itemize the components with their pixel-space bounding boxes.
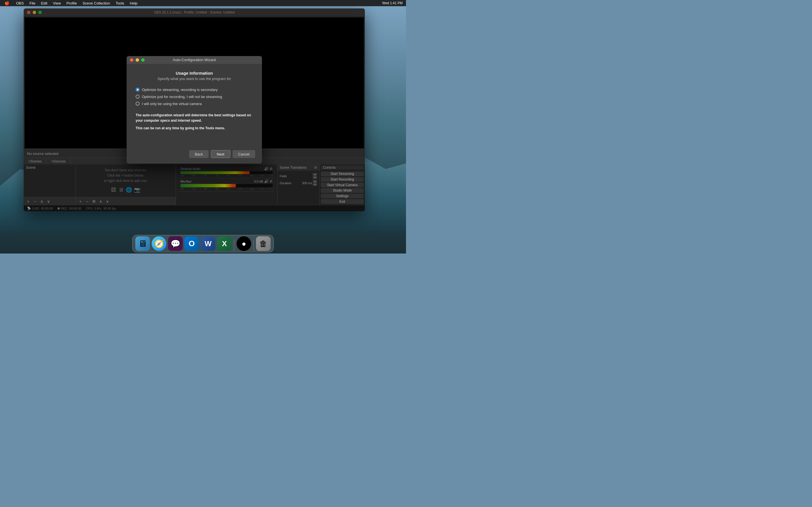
modal-info-text-1: The auto-configuration wizard will deter… [136,113,251,122]
dock-outlook[interactable]: O [185,236,199,251]
obs-window: OBS 26.1.2 (mac) - Profile: Untitled - S… [24,8,365,211]
menubar-help[interactable]: Help [128,0,140,6]
usage-radio-group: Optimize for streaming, recording is sec… [136,88,253,106]
word-app-icon: W [205,239,212,248]
finder-icon: 🖥 [138,238,147,249]
modal-minimize-button[interactable] [136,58,139,62]
radio-optimize-recording[interactable]: Optimize just for recording, I will not … [136,95,253,99]
modal-back-button[interactable]: Back [189,150,209,158]
trash-icon: 🗑 [259,239,267,248]
radio-streaming-circle [136,88,140,92]
safari-icon: 🧭 [154,239,164,248]
radio-optimize-streaming[interactable]: Optimize for streaming, recording is sec… [136,88,253,92]
modal-info-text-2: This can be run at any time by going to … [136,126,225,130]
dock-excel[interactable]: X [217,236,232,251]
modal-maximize-button[interactable] [141,58,145,62]
radio-virtual-camera[interactable]: I will only be using the virtual camera [136,102,253,106]
menubar-time: Wed 1:41 PM [381,1,404,5]
menubar: 🍎 OBS File Edit View Profile Scene Colle… [0,0,406,6]
menubar-view[interactable]: View [51,0,63,6]
radio-streaming-label: Optimize for streaming, recording is sec… [142,88,218,92]
modal-cancel-button[interactable]: Cancel [233,150,255,158]
dock-finder[interactable]: 🖥 [135,236,150,251]
dock-word[interactable]: W [201,236,215,251]
dock-separator [234,240,234,251]
modal-info-text: The auto-configuration wizard will deter… [136,113,253,131]
modal-section-title: Usage Information [136,71,253,75]
modal-close-button[interactable] [130,58,133,62]
slack-icon: 💬 [170,239,181,248]
radio-camera-label: I will only be using the virtual camera [142,102,202,106]
radio-recording-circle [136,95,140,99]
modal-footer: Back Next Cancel [126,147,262,164]
dock-slack[interactable]: 💬 [168,236,183,251]
modal-title: Auto-Configuration Wizard [173,58,216,62]
modal-section-subtitle: Specify what you want to use the program… [136,76,253,81]
dock-separator-2 [253,240,254,251]
modal-next-button[interactable]: Next [211,150,231,158]
menubar-scene-collection[interactable]: Scene Collection [80,0,112,6]
radio-recording-label: Optimize just for recording, I will not … [142,95,222,99]
modal-overlay: Auto-Configuration Wizard Usage Informat… [24,8,365,211]
dock: 🖥 🧭 💬 O W X ● 🗑 [132,235,274,252]
auto-config-wizard-modal: Auto-Configuration Wizard Usage Informat… [126,56,262,164]
menubar-file[interactable]: File [27,0,38,6]
obs-dock-icon: ● [242,239,246,248]
dock-safari[interactable]: 🧭 [152,236,166,251]
menubar-obs[interactable]: OBS [14,0,26,6]
menubar-tools[interactable]: Tools [113,0,126,6]
modal-titlebar: Auto-Configuration Wizard [126,56,262,64]
menubar-profile[interactable]: Profile [64,0,79,6]
radio-camera-circle [136,102,140,106]
menubar-edit[interactable]: Edit [39,0,49,6]
dock-trash[interactable]: 🗑 [256,236,271,251]
excel-icon: X [222,239,227,248]
menubar-right: Wed 1:41 PM [381,1,404,5]
apple-logo-icon: 🍎 [4,1,9,5]
modal-body: Usage Information Specify what you want … [126,64,262,147]
modal-controls [130,58,145,62]
menubar-left: 🍎 OBS File Edit View Profile Scene Colle… [2,0,140,6]
outlook-icon: O [189,239,195,248]
dock-obs[interactable]: ● [237,236,251,251]
apple-menu[interactable]: 🍎 [2,0,13,6]
